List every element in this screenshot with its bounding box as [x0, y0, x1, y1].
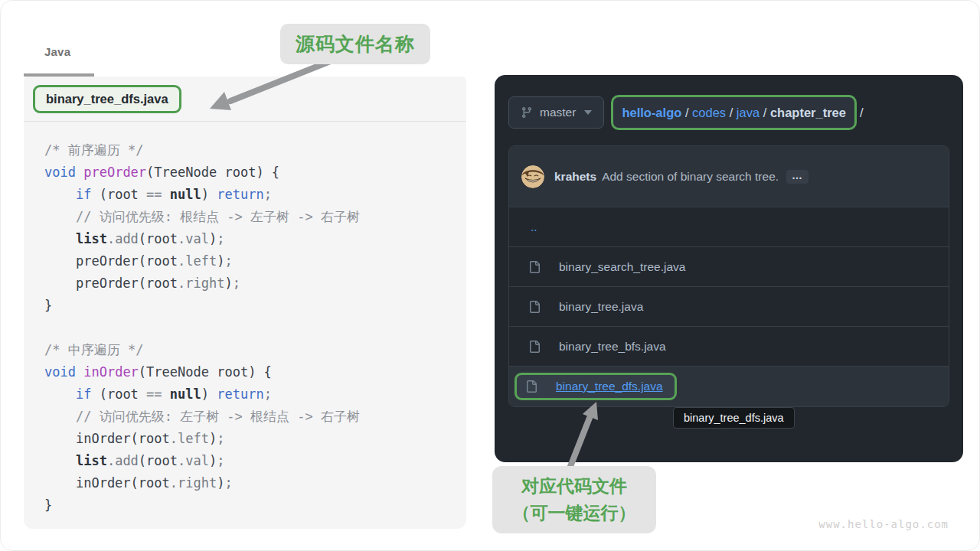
- code-line: inOrder(root.left);: [44, 428, 459, 450]
- code-line: // 访问优先级: 左子树 -> 根结点 -> 右子树: [44, 406, 459, 428]
- breadcrumb-link[interactable]: hello-algo: [622, 106, 681, 120]
- code-line: list.add(root.val);: [44, 450, 459, 472]
- top-annotation-label: 源码文件名称: [280, 24, 430, 64]
- bottom-annotation-line2: （可一键运行）: [498, 500, 650, 527]
- breadcrumb-segment: /: [726, 106, 737, 120]
- git-branch-icon: [521, 106, 533, 119]
- file-name[interactable]: binary_tree_bfs.java: [559, 340, 666, 354]
- breadcrumb-segment: /: [760, 106, 770, 120]
- file-list-container: krahets Add section of binary search tre…: [508, 145, 949, 407]
- code-line: /* 前序遍历 */: [44, 139, 459, 161]
- code-line: }: [44, 494, 459, 517]
- code-line: void preOrder(TreeNode root) {: [44, 161, 459, 184]
- breadcrumb-segment: chapter_tree: [770, 106, 846, 120]
- bottom-annotation-label: 对应代码文件 （可一键运行）: [492, 466, 656, 533]
- file-name[interactable]: binary_tree.java: [559, 300, 643, 314]
- code-line: preOrder(root.left);: [44, 250, 459, 272]
- file-row[interactable]: binary_tree_dfs.java: [509, 367, 949, 406]
- code-line: /* 中序遍历 */: [44, 339, 459, 361]
- file-row[interactable]: binary_search_tree.java: [509, 247, 949, 287]
- breadcrumb: hello-algo / codes / java / chapter_tree: [611, 95, 857, 130]
- code-line: list.add(root.val);: [44, 228, 459, 250]
- file-row[interactable]: binary_tree_bfs.java: [509, 327, 949, 367]
- page-card: Java binary_tree_dfs.java /* 前序遍历 */void…: [0, 0, 980, 551]
- code-line: }: [44, 295, 459, 317]
- source-filename-chip: binary_tree_dfs.java: [33, 85, 181, 113]
- branch-selector-button[interactable]: master: [508, 96, 604, 129]
- breadcrumb-segment: /: [681, 106, 692, 120]
- branch-name: master: [540, 106, 576, 119]
- tab-java[interactable]: Java: [44, 45, 70, 58]
- code-block: /* 前序遍历 */void preOrder(TreeNode root) {…: [24, 122, 466, 517]
- bottom-annotation-line1: 对应代码文件: [498, 473, 650, 500]
- code-line: if (root == null) return;: [44, 184, 459, 206]
- file-name[interactable]: binary_search_tree.java: [559, 260, 685, 274]
- code-panel: binary_tree_dfs.java /* 前序遍历 */void preO…: [24, 77, 466, 529]
- file-icon: [528, 301, 541, 313]
- caret-down-icon: [584, 110, 592, 115]
- file-tooltip: binary_tree_dfs.java: [673, 407, 795, 429]
- watermark: www.hello-algo.com: [818, 518, 949, 530]
- file-link[interactable]: binary_tree_dfs.java: [556, 380, 663, 393]
- code-panel-header: binary_tree_dfs.java: [24, 77, 466, 122]
- commit-message[interactable]: Add section of binary search tree.: [602, 170, 779, 184]
- code-line: inOrder(root.right);: [44, 472, 459, 494]
- file-icon: [528, 261, 541, 273]
- commit-author[interactable]: krahets: [554, 170, 596, 184]
- avatar[interactable]: [521, 165, 544, 188]
- file-row[interactable]: binary_tree.java: [509, 287, 949, 327]
- highlighted-file-chip: binary_tree_dfs.java: [514, 373, 677, 400]
- code-line: void inOrder(TreeNode root) {: [44, 361, 459, 383]
- breadcrumb-trailing-slash: /: [860, 106, 864, 120]
- code-line: // 访问优先级: 根结点 -> 左子树 -> 右子树: [44, 206, 459, 228]
- code-line: [44, 317, 459, 339]
- github-panel: master hello-algo / codes / java / chapt…: [495, 75, 963, 462]
- parent-directory-link[interactable]: ..: [528, 220, 537, 234]
- github-header: master hello-algo / codes / java / chapt…: [495, 75, 963, 130]
- breadcrumb-link[interactable]: codes: [692, 106, 726, 120]
- file-rows: ..binary_search_tree.javabinary_tree.jav…: [509, 207, 949, 406]
- breadcrumb-link[interactable]: java: [737, 106, 760, 120]
- code-line: preOrder(root.right);: [44, 272, 459, 295]
- code-line: if (root == null) return;: [44, 383, 459, 406]
- commit-ellipsis-button[interactable]: …: [786, 170, 808, 184]
- file-icon: [528, 341, 541, 353]
- file-row[interactable]: ..: [509, 207, 949, 247]
- file-icon: [525, 380, 537, 393]
- latest-commit-row: krahets Add section of binary search tre…: [509, 146, 949, 207]
